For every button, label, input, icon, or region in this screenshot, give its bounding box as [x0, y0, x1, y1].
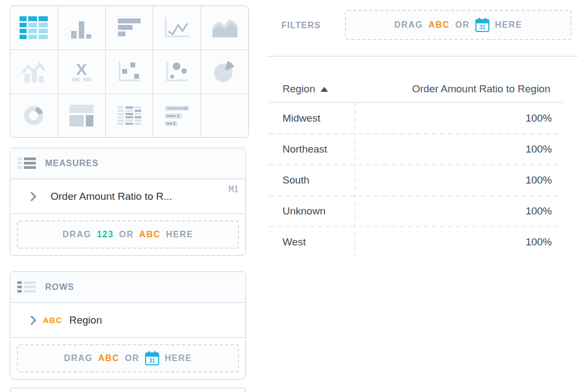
numeric-field-icon: 123	[97, 230, 114, 239]
table-column-divider	[355, 103, 355, 256]
dropzone-drag-label: DRAG	[394, 20, 423, 30]
chart-type-donut-chart[interactable]	[10, 94, 58, 137]
chart-type-x-axis-chart[interactable]: X	[58, 50, 105, 93]
dropzone-or-label: OR	[125, 353, 140, 363]
calendar-icon: 31	[145, 351, 159, 365]
combo-chart-icon	[22, 61, 46, 83]
value-cell: 100%	[355, 174, 563, 186]
data-table: Region Order Amount Ratio to Region Midw…	[269, 56, 563, 257]
region-cell: South	[269, 174, 355, 186]
table-row[interactable]: West 100%	[269, 226, 563, 257]
sort-ascending-icon	[321, 87, 328, 92]
text-field-icon: ABC	[98, 353, 120, 363]
rows-panel-header: ROWS	[10, 272, 246, 303]
x-axis-chart-icon: X	[70, 61, 93, 83]
rows-panel-title: ROWS	[45, 282, 74, 292]
treemap-icon	[70, 105, 93, 127]
measures-panel: MEASURES Order Amount Ratio to R... M1 D…	[10, 148, 246, 256]
rows-item-label: Region	[70, 314, 102, 326]
region-cell: Unknown	[269, 205, 355, 217]
value-cell: 100%	[355, 143, 563, 155]
column-header-region[interactable]: Region	[282, 83, 328, 95]
column-header-region-label: Region	[282, 83, 315, 95]
chart-type-area-chart[interactable]	[201, 6, 248, 49]
chart-type-pivot-table[interactable]	[106, 94, 153, 137]
value-cell: 100%	[355, 112, 563, 124]
dropzone-drag-label: DRAG	[64, 353, 93, 363]
result-pane: FILTERS DRAG ABC OR 31 HERE Region Order…	[266, 0, 578, 392]
svg-text:31: 31	[149, 358, 155, 364]
table-row[interactable]: Midwest 100%	[269, 103, 563, 134]
data-table-icon	[20, 16, 48, 40]
chart-type-data-table[interactable]	[10, 6, 58, 49]
filters-label: FILTERS	[281, 21, 321, 30]
text-field-icon: ABC	[43, 315, 62, 325]
dropzone-drag-label: DRAG	[62, 230, 91, 239]
next-panel-edge	[10, 388, 246, 392]
horizontal-bar-chart-icon	[118, 18, 141, 37]
chevron-right-icon[interactable]	[30, 192, 37, 201]
dropzone-or-label: OR	[119, 230, 134, 239]
region-cell: Northeast	[269, 143, 355, 155]
table-row[interactable]: Northeast 100%	[269, 134, 563, 165]
chart-type-line-chart[interactable]	[153, 6, 200, 49]
pivot-table-icon	[117, 106, 141, 125]
scatter-plot-icon	[117, 61, 141, 82]
value-cell: 100%	[355, 205, 563, 217]
column-header-measure[interactable]: Order Amount Ratio to Region	[412, 83, 550, 95]
measure-item-label: Order Amount Ratio to R...	[51, 191, 172, 203]
measures-panel-header: MEASURES	[10, 148, 246, 179]
chart-type-empty-slot	[201, 94, 248, 137]
chart-type-bar-chart[interactable]	[58, 6, 105, 49]
measures-panel-title: MEASURES	[45, 159, 99, 168]
measure-badge: M1	[229, 185, 238, 194]
chart-type-pie-chart[interactable]	[201, 50, 248, 93]
chart-type-bubble-chart[interactable]	[153, 50, 200, 93]
svg-text:X: X	[76, 61, 87, 78]
visualization-builder: X	[0, 0, 578, 392]
chart-type-picker: X	[10, 5, 249, 138]
table-row[interactable]: Unknown 100%	[269, 195, 563, 226]
text-field-icon: ABC	[139, 230, 160, 239]
text-field-icon: ABC	[429, 20, 450, 30]
table-body: Midwest 100% Northeast 100% South 100% U…	[269, 103, 563, 257]
dropzone-or-label: OR	[455, 20, 470, 30]
line-chart-icon	[164, 17, 190, 38]
chart-type-treemap[interactable]	[58, 94, 105, 137]
dropzone-here-label: HERE	[165, 353, 192, 363]
chart-type-scatter-plot[interactable]	[106, 50, 153, 93]
rows-item-region[interactable]: ABC Region	[10, 303, 246, 338]
area-chart-icon	[212, 18, 237, 37]
region-cell: West	[269, 236, 355, 248]
pie-chart-icon	[213, 60, 236, 83]
dropzone-here-label: HERE	[166, 230, 193, 239]
dropzone-here-label: HERE	[495, 20, 522, 30]
filters-dropzone[interactable]: DRAG ABC OR 31 HERE	[345, 10, 571, 40]
rows-dropzone[interactable]: DRAG ABC OR 31 HERE	[17, 344, 239, 372]
bubble-chart-icon	[165, 61, 189, 82]
chart-type-combo-chart[interactable]	[10, 50, 58, 93]
calendar-icon: 31	[475, 18, 489, 32]
chevron-right-icon[interactable]	[30, 315, 37, 325]
value-cell: 100%	[355, 236, 563, 248]
table-row[interactable]: South 100%	[269, 165, 563, 195]
bullet-chart-icon	[165, 106, 189, 126]
chart-type-bullet-chart[interactable]	[153, 94, 200, 137]
list-icon	[17, 281, 36, 293]
donut-chart-icon	[22, 104, 45, 127]
region-cell: Midwest	[269, 112, 355, 124]
measure-item-order-amount-ratio[interactable]: Order Amount Ratio to R... M1	[10, 179, 246, 214]
bar-chart-icon	[70, 17, 93, 39]
measures-dropzone[interactable]: DRAG 123 OR ABC HERE	[17, 220, 239, 249]
chart-type-horizontal-bar-chart[interactable]	[106, 6, 153, 49]
rows-panel: ROWS ABC Region DRAG ABC OR 31 HERE	[10, 271, 246, 380]
list-icon	[17, 157, 36, 169]
svg-text:31: 31	[479, 24, 486, 30]
